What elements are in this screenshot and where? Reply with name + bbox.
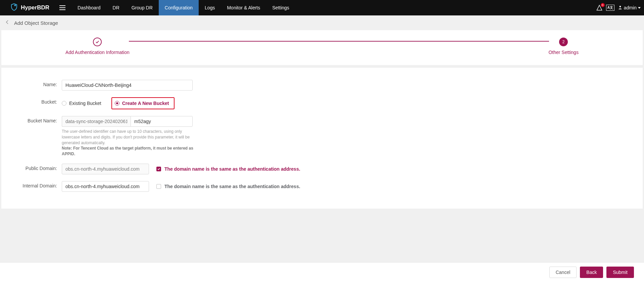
brand-logo: HyperBDR [10, 3, 49, 13]
user-name: admin [624, 5, 637, 10]
page-title: Add Object Storage [14, 20, 58, 26]
nav-dr[interactable]: DR [107, 0, 126, 15]
bucket-label: Bucket: [1, 97, 62, 105]
bucket-name-prefix [62, 116, 131, 127]
user-icon [618, 5, 623, 11]
notifications-icon[interactable]: 0 [596, 4, 603, 11]
public-domain-same-checkbox[interactable]: The domain name is the same as the authe… [156, 166, 300, 172]
nav-dashboard[interactable]: Dashboard [71, 0, 107, 15]
internal-domain-same-checkbox[interactable]: The domain name is the same as the authe… [156, 184, 300, 189]
nav-settings[interactable]: Settings [266, 0, 295, 15]
public-domain-label: Public Domain: [1, 164, 62, 171]
name-input[interactable] [62, 80, 193, 91]
back-arrow-icon[interactable] [5, 19, 10, 26]
bucket-name-label: Bucket Name: [1, 116, 62, 123]
bucket-name-help-note: Note: For Tencent Cloud as the target pl… [62, 146, 193, 156]
user-menu[interactable]: admin [618, 5, 641, 11]
nav-monitor-alerts[interactable]: Monitor & Alerts [221, 0, 266, 15]
svg-point-1 [620, 6, 621, 7]
step-2-indicator: 2 [559, 38, 568, 46]
public-domain-input [62, 164, 149, 174]
bucket-name-help: The user-defined identifier can have up … [62, 129, 190, 145]
radio-new-bucket-highlight: Create A New Bucket [111, 97, 175, 109]
svg-point-0 [15, 5, 16, 6]
step-1-indicator [93, 38, 102, 46]
shield-icon [10, 3, 18, 13]
internal-domain-same-label: The domain name is the same as the authe… [164, 184, 300, 189]
radio-existing-bucket-label: Existing Bucket [69, 101, 101, 106]
nav-logs[interactable]: Logs [199, 0, 221, 15]
language-toggle[interactable]: A文 [606, 5, 614, 11]
notification-count: 0 [601, 3, 605, 7]
radio-new-bucket[interactable]: Create A New Bucket [115, 101, 169, 106]
brand-name: HyperBDR [21, 4, 49, 11]
main-nav: Dashboard DR Group DR Configuration Logs… [71, 0, 295, 15]
chevron-down-icon [638, 7, 641, 9]
nav-configuration[interactable]: Configuration [159, 0, 199, 15]
name-label: Name: [1, 80, 62, 87]
menu-toggle-icon[interactable] [59, 5, 65, 10]
bucket-name-suffix-input[interactable] [131, 116, 193, 127]
internal-domain-label: Internal Domain: [1, 181, 62, 188]
nav-group-dr[interactable]: Group DR [126, 0, 159, 15]
internal-domain-input[interactable] [62, 181, 149, 192]
public-domain-same-label: The domain name is the same as the authe… [164, 166, 300, 172]
step-1-label: Add Authentication Information [65, 50, 130, 55]
step-2-label: Other Settings [548, 50, 579, 55]
radio-new-bucket-label: Create A New Bucket [122, 101, 169, 106]
radio-existing-bucket[interactable]: Existing Bucket [62, 101, 101, 106]
step-connector [129, 41, 549, 42]
